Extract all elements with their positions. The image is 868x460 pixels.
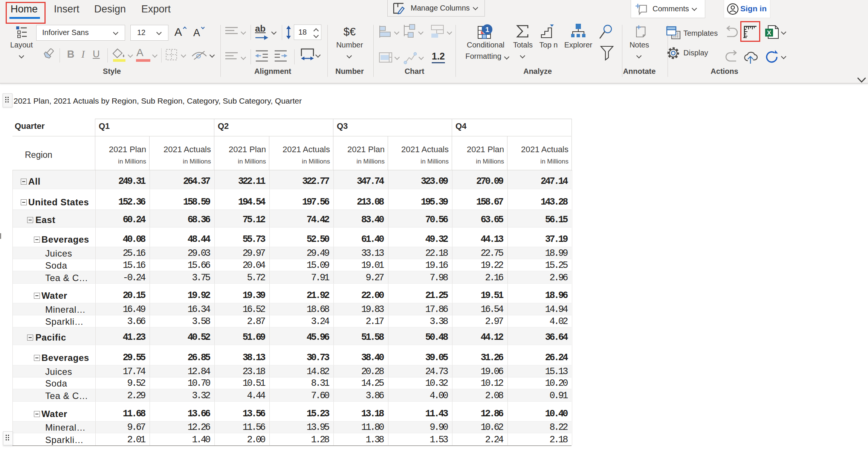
- svg-text:X: X: [767, 29, 772, 37]
- svg-text:1: 1: [485, 26, 489, 34]
